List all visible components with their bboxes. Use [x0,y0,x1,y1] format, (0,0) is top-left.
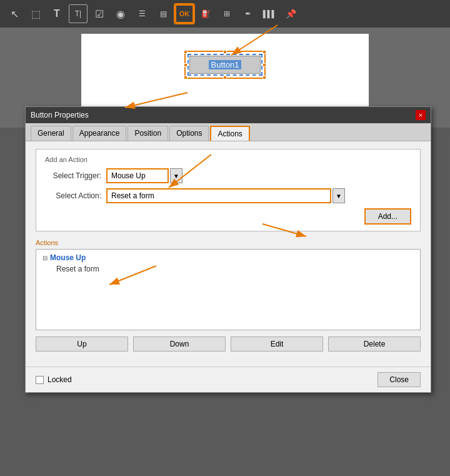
canvas-button-wrapper: Button1 [189,56,261,74]
trigger-control: Mouse Up ▼ [106,168,182,183]
actions-list: ⊟ Mouse Up Reset a form [36,249,421,330]
close-button[interactable]: Close [378,372,421,387]
handle-tr[interactable] [262,50,266,54]
action-label: Select Action: [45,191,101,200]
handle-mr[interactable] [262,63,266,67]
list-tool-icon[interactable]: ☰ [132,4,151,23]
grid-tool-icon[interactable]: ⊞ [218,4,236,23]
tab-general[interactable]: General [31,126,71,141]
text-tool-icon[interactable]: T [48,4,66,23]
down-button[interactable]: Down [133,337,226,352]
dialog-close-button[interactable]: × [416,110,426,120]
handle-bl[interactable] [184,76,188,79]
handle-tm[interactable] [223,50,227,54]
handle-tl[interactable] [184,50,188,54]
actions-section-label: Actions [36,239,421,246]
pin-tool-icon[interactable]: 📌 [281,4,300,23]
image-tool-icon[interactable]: ⛽ [196,4,215,23]
tabs-bar: General Appearance Position Options Acti… [26,123,431,141]
tab-position[interactable]: Position [128,126,168,141]
handle-br[interactable] [262,76,266,79]
action-control: Reset a form ▼ [106,188,345,203]
delete-button[interactable]: Delete [328,337,421,352]
action-dropdown-arrow[interactable]: ▼ [332,188,345,203]
action-sub-item: Reset a form [56,265,414,273]
action-trigger-label: Mouse Up [50,253,86,262]
stamp-tool-icon[interactable]: ⬚ [26,4,45,23]
action-dropdown[interactable]: Reset a form [106,188,331,203]
add-button[interactable]: Add... [364,208,411,225]
sign-tool-icon[interactable]: ✒ [239,4,258,23]
locked-checkbox[interactable] [36,376,44,384]
dialog-titlebar: Button Properties × [26,107,431,123]
mouse-up-group: ⊟ Mouse Up [42,253,414,262]
action-buttons-row: Up Down Edit Delete [36,337,421,352]
add-action-section: Add an Action Select Trigger: Mouse Up ▼… [36,149,421,231]
locked-label: Locked [48,375,72,384]
toolbar: ↖ ⬚ T T| ☑ ◉ ☰ ▤ OK ⛽ ⊞ ✒ ▌▌▌ 📌 [0,0,450,28]
button-properties-dialog: Button Properties × General Appearance P… [25,106,431,393]
handle-bm[interactable] [223,76,227,79]
up-button[interactable]: Up [36,337,128,352]
trigger-row: Select Trigger: Mouse Up ▼ [45,168,411,183]
trigger-dropdown-arrow[interactable]: ▼ [170,168,182,183]
radio-tool-icon[interactable]: ◉ [111,4,130,23]
locked-row: Locked [36,375,72,384]
trigger-label: Select Trigger: [45,171,101,180]
button-tool-icon[interactable]: OK [175,4,194,23]
select-tool-icon[interactable]: ↖ [5,4,24,23]
checkbox-tool-icon[interactable]: ☑ [90,4,109,23]
dialog-footer: Locked Close [26,367,431,392]
action-row: Select Action: Reset a form ▼ [45,188,411,203]
dialog-content: Add an Action Select Trigger: Mouse Up ▼… [26,141,431,367]
barcode-tool-icon[interactable]: ▌▌▌ [260,4,279,23]
collapse-icon[interactable]: ⊟ [42,255,48,261]
tab-appearance[interactable]: Appearance [72,126,127,141]
add-action-label: Add an Action [45,156,411,163]
dropdown-tool-icon[interactable]: ▤ [154,4,172,23]
canvas-button-label: Button1 [209,60,242,69]
dialog-title: Button Properties [31,111,89,119]
textbox-tool-icon[interactable]: T| [69,4,88,23]
trigger-dropdown[interactable]: Mouse Up [106,168,169,183]
tab-actions[interactable]: Actions [210,126,249,141]
actions-section: Actions ⊟ Mouse Up Reset a form [36,239,421,330]
canvas-button[interactable]: Button1 [189,56,261,74]
handle-ml[interactable] [184,63,188,67]
edit-button[interactable]: Edit [231,337,323,352]
tab-options[interactable]: Options [169,126,209,141]
